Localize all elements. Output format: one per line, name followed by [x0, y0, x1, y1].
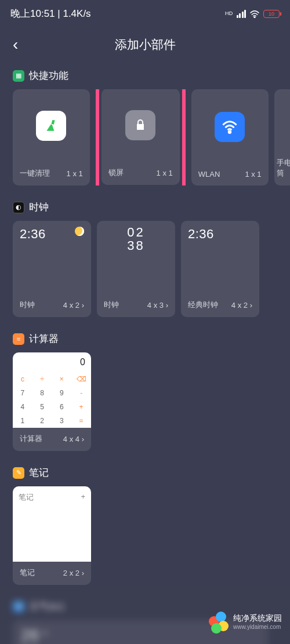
widget-size: 1 x 1: [245, 170, 261, 179]
calc-display: 0: [13, 352, 91, 372]
section-clock: ◐ 时钟 2:36 时钟 4 x 2 › 02 38 时钟 4 x 3 ›: [0, 201, 290, 317]
status-bar: 晚上10:51 | 1.4K/s HD 10: [0, 0, 290, 25]
widget-label: WLAN: [198, 170, 220, 179]
calc-key: -: [71, 386, 91, 400]
weather-unit: °C: [41, 630, 48, 638]
calc-key: 3: [52, 414, 72, 428]
chevron-right-icon: ›: [250, 301, 252, 310]
hd-badge: HD: [225, 11, 233, 16]
widget-size: 1 x 1: [157, 169, 173, 177]
weather-sun-icon: [75, 227, 84, 236]
widget-clean[interactable]: 一键清理 1 x 1: [13, 89, 90, 185]
chevron-right-icon: ›: [82, 301, 84, 310]
widget-size: 2 x 2: [63, 569, 79, 577]
section-title: 计算器: [29, 332, 59, 345]
wifi-tile-icon: [215, 112, 245, 142]
battery-icon: 10: [263, 10, 280, 18]
calculator-section-icon: =: [13, 333, 24, 345]
shortcuts-row[interactable]: 一键清理 1 x 1 锁屏 1 x 1 WLAN 1 x 1: [13, 89, 290, 185]
clock-time: 2:36: [188, 227, 214, 242]
weather-section-icon: ☁: [13, 601, 24, 613]
calc-key: 8: [32, 386, 52, 400]
widget-size: 4 x 2: [63, 301, 79, 310]
highlight-frame: 锁屏 1 x 1: [96, 89, 186, 185]
watermark-url: www.yidaimei.com: [233, 624, 282, 630]
widget-label: 笔记: [20, 567, 35, 578]
svg-point-0: [254, 17, 255, 18]
widget-label: 时钟: [20, 300, 35, 310]
widget-label: 手电筒: [277, 158, 290, 179]
section-title: 快捷功能: [29, 69, 68, 82]
status-right: HD 10: [225, 10, 280, 18]
calc-key: 1: [13, 414, 32, 428]
widget-calculator[interactable]: 0 c÷×⌫789-456+123= 计算器 4 x 4 ›: [13, 352, 91, 451]
calc-key: 6: [52, 400, 72, 414]
notes-body-label: 笔记: [19, 492, 34, 503]
clock-section-icon: ◐: [13, 202, 24, 213]
svg-point-1: [229, 131, 231, 133]
plus-icon[interactable]: +: [81, 492, 85, 501]
widget-notes[interactable]: 笔记 + 笔记 2 x 2 ›: [13, 486, 91, 585]
widget-label: 锁屏: [108, 168, 124, 178]
back-button[interactable]: ‹: [13, 35, 18, 54]
calc-key: 4: [13, 400, 32, 414]
watermark-logo-icon: [209, 612, 229, 631]
clock-time: 2:36: [20, 227, 46, 242]
digital-clock: 02 38: [104, 225, 168, 252]
header: ‹ 添加小部件: [0, 25, 290, 69]
watermark: 纯净系统家园 www.yidaimei.com: [209, 612, 282, 631]
widget-clock-3[interactable]: 2:36 经典时钟 4 x 2 ›: [181, 221, 259, 317]
chevron-right-icon: ›: [82, 569, 84, 577]
page-title: 添加小部件: [115, 37, 176, 53]
widget-label: 经典时钟: [188, 300, 218, 310]
calc-key: +: [71, 400, 91, 414]
widget-size: 4 x 3: [147, 301, 164, 310]
calc-key: 5: [32, 400, 52, 414]
notes-section-icon: ✎: [13, 467, 24, 479]
section-header: ▦ 快捷功能: [13, 69, 277, 82]
weather-temp: 26: [21, 626, 39, 644]
section-title: 笔记: [29, 466, 49, 479]
status-speed: 1.4K/s: [63, 8, 90, 19]
section-notes: ✎ 笔记 笔记 + 笔记 2 x 2 ›: [0, 466, 290, 585]
widget-label: 时钟: [104, 300, 119, 310]
calc-key: 9: [52, 386, 72, 400]
grid-icon: ▦: [13, 70, 24, 82]
status-time: 晚上10:51: [10, 8, 55, 19]
widget-label: 计算器: [20, 434, 42, 444]
chevron-right-icon: ›: [166, 301, 168, 310]
widget-size: 4 x 2: [231, 301, 248, 310]
section-title: 时钟: [29, 201, 49, 214]
chevron-right-icon: ›: [82, 435, 84, 443]
calc-key: =: [71, 414, 91, 428]
section-title: 天气4x1: [29, 600, 64, 613]
calc-keypad: c÷×⌫789-456+123=: [13, 372, 91, 428]
calc-key: ×: [52, 372, 72, 386]
widget-size: 4 x 4: [63, 435, 79, 443]
calc-key: 2: [32, 414, 52, 428]
status-left: 晚上10:51 | 1.4K/s: [10, 7, 91, 20]
section-shortcuts: ▦ 快捷功能 一键清理 1 x 1 锁屏 1 x 1: [0, 69, 290, 185]
calc-key: ÷: [32, 372, 52, 386]
watermark-brand: 纯净系统家园: [233, 613, 282, 624]
signal-icon: [237, 10, 246, 18]
calc-key: 7: [13, 386, 32, 400]
widget-flashlight[interactable]: 手电筒: [274, 89, 290, 185]
calc-key: ⌫: [71, 372, 91, 386]
widget-size: 1 x 1: [67, 169, 83, 178]
widget-clock-1[interactable]: 2:36 时钟 4 x 2 ›: [13, 221, 91, 317]
widget-clock-2[interactable]: 02 38 时钟 4 x 3 ›: [97, 221, 175, 317]
broom-icon: [36, 111, 66, 141]
wifi-icon: [249, 10, 260, 18]
calc-key: c: [13, 372, 32, 386]
lock-icon: [125, 110, 155, 140]
widget-wlan[interactable]: WLAN 1 x 1: [191, 89, 269, 185]
widget-label: 一键清理: [20, 168, 50, 179]
widget-lock[interactable]: 锁屏 1 x 1: [102, 89, 180, 185]
section-calculator: = 计算器 0 c÷×⌫789-456+123= 计算器 4 x 4 ›: [0, 332, 290, 451]
